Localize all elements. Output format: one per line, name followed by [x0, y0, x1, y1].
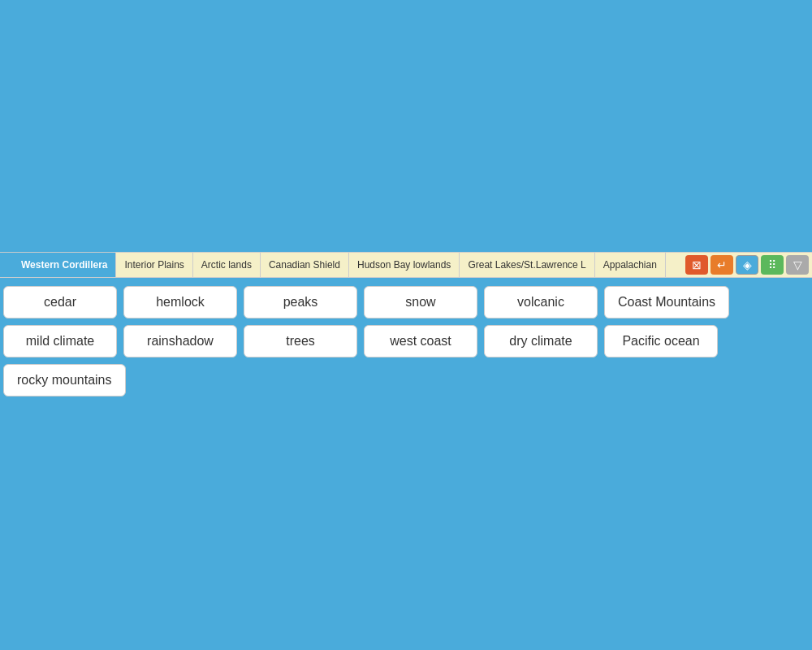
close-button[interactable]: ⊠: [685, 255, 708, 275]
tab-bar: Western Cordillera Interior Plains Arcti…: [0, 252, 812, 278]
grid-button[interactable]: ⠿: [761, 255, 784, 275]
tab-appalachian[interactable]: Appalachian: [595, 253, 666, 277]
tab-hudson-bay[interactable]: Hudson Bay lowlands: [349, 253, 460, 277]
word-card-trees[interactable]: trees: [244, 325, 357, 358]
tab-interior-plains[interactable]: Interior Plains: [116, 253, 192, 277]
word-card-peaks[interactable]: peaks: [244, 286, 357, 318]
cards-area: cedarhemlockpeakssnowvolcanicCoast Mount…: [3, 286, 809, 396]
word-card-coast-mountains[interactable]: Coast Mountains: [604, 286, 729, 318]
word-card-volcanic[interactable]: volcanic: [484, 286, 598, 318]
tab-great-lakes[interactable]: Great Lakes/St.Lawrence L: [460, 253, 594, 277]
word-card-west-coast[interactable]: west coast: [364, 325, 477, 358]
word-card-hemlock[interactable]: hemlock: [123, 286, 237, 318]
audio-button[interactable]: ◈: [736, 255, 758, 275]
word-card-rocky-mountains[interactable]: rocky mountains: [3, 364, 126, 396]
word-card-cedar[interactable]: cedar: [3, 286, 117, 318]
tab-arctic-lands[interactable]: Arctic lands: [193, 253, 261, 277]
tab-title-label: [0, 253, 13, 277]
return-button[interactable]: ↵: [710, 255, 733, 275]
app-container: Western Cordillera Interior Plains Arcti…: [0, 0, 812, 650]
word-card-mild-climate[interactable]: mild climate: [3, 325, 117, 358]
word-card-pacific-ocean[interactable]: Pacific ocean: [604, 325, 718, 358]
word-card-dry-climate[interactable]: dry climate: [484, 325, 598, 358]
word-card-rainshadow[interactable]: rainshadow: [123, 325, 237, 358]
word-card-snow[interactable]: snow: [364, 286, 477, 318]
tab-canadian-shield[interactable]: Canadian Shield: [261, 253, 349, 277]
tab-western-cordillera[interactable]: Western Cordillera: [13, 253, 116, 277]
dropdown-button[interactable]: ▽: [786, 255, 809, 275]
toolbar-icons: ⊠ ↵ ◈ ⠿ ▽: [685, 255, 812, 275]
